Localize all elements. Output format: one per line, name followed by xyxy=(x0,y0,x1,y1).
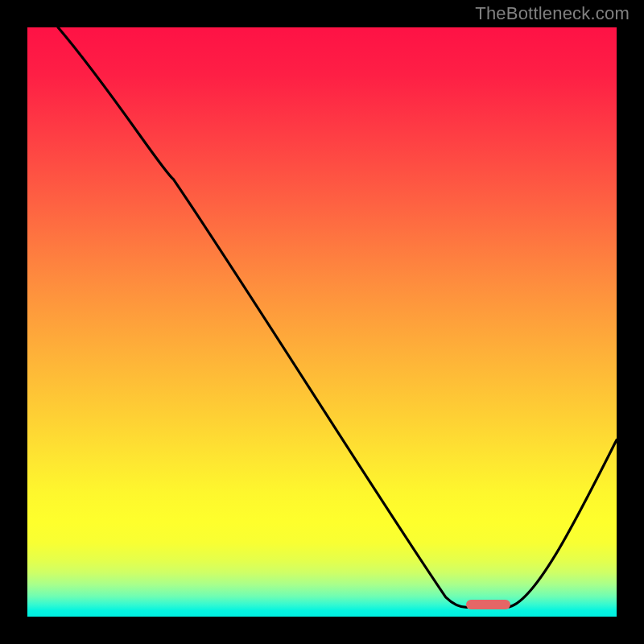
plot-area xyxy=(27,27,617,617)
optimal-range-marker xyxy=(466,600,510,609)
curve-path xyxy=(58,27,617,607)
watermark-text: TheBottleneck.com xyxy=(475,3,630,24)
bottleneck-curve xyxy=(27,27,617,617)
